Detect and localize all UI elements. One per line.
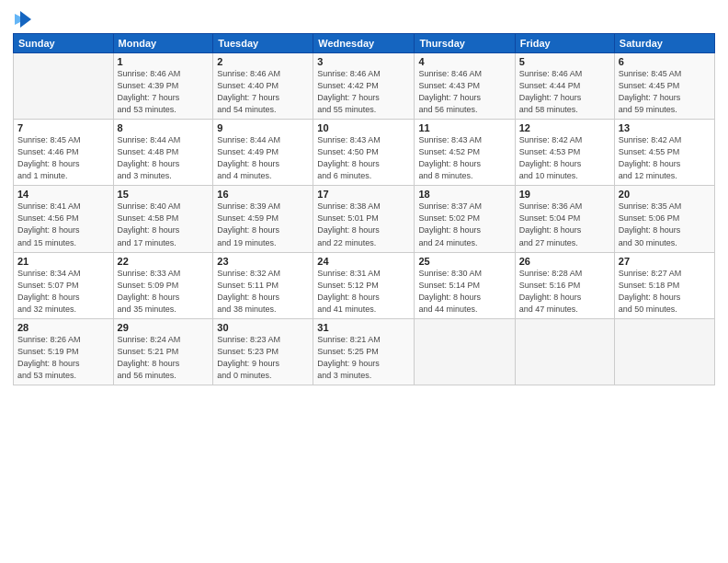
- day-number: 23: [217, 256, 309, 267]
- svg-marker-1: [20, 11, 31, 28]
- day-cell: 11Sunrise: 8:43 AM Sunset: 4:52 PM Dayli…: [415, 120, 515, 186]
- day-cell: 25Sunrise: 8:30 AM Sunset: 5:14 PM Dayli…: [415, 252, 515, 318]
- day-info: Sunrise: 8:32 AM Sunset: 5:11 PM Dayligh…: [217, 268, 309, 316]
- day-number: 20: [619, 189, 711, 200]
- day-number: 24: [317, 256, 410, 267]
- day-number: 27: [619, 256, 711, 267]
- week-row-3: 14Sunrise: 8:41 AM Sunset: 4:56 PM Dayli…: [14, 186, 715, 252]
- day-info: Sunrise: 8:26 AM Sunset: 5:19 PM Dayligh…: [17, 334, 109, 382]
- day-cell: 20Sunrise: 8:35 AM Sunset: 5:06 PM Dayli…: [614, 186, 714, 252]
- header-day-wednesday: Wednesday: [313, 34, 415, 53]
- header-day-sunday: Sunday: [14, 34, 114, 53]
- calendar-header: SundayMondayTuesdayWednesdayThursdayFrid…: [14, 34, 715, 53]
- day-cell: 1Sunrise: 8:46 AM Sunset: 4:39 PM Daylig…: [113, 53, 213, 120]
- day-cell: 4Sunrise: 8:46 AM Sunset: 4:43 PM Daylig…: [415, 53, 515, 120]
- day-info: Sunrise: 8:31 AM Sunset: 5:12 PM Dayligh…: [317, 268, 410, 316]
- day-cell: [614, 318, 714, 385]
- logo-arrow-icon: [13, 9, 33, 29]
- day-number: 1: [118, 56, 210, 67]
- day-number: 26: [519, 256, 610, 267]
- day-number: 4: [418, 56, 510, 67]
- day-number: 11: [418, 122, 510, 133]
- day-cell: 15Sunrise: 8:40 AM Sunset: 4:58 PM Dayli…: [113, 186, 213, 252]
- day-number: 29: [118, 322, 210, 333]
- day-info: Sunrise: 8:44 AM Sunset: 4:49 PM Dayligh…: [217, 134, 309, 182]
- day-cell: 19Sunrise: 8:36 AM Sunset: 5:04 PM Dayli…: [515, 186, 614, 252]
- day-number: 5: [519, 56, 610, 67]
- day-info: Sunrise: 8:35 AM Sunset: 5:06 PM Dayligh…: [619, 201, 711, 248]
- day-info: Sunrise: 8:46 AM Sunset: 4:39 PM Dayligh…: [118, 68, 210, 116]
- day-cell: 23Sunrise: 8:32 AM Sunset: 5:11 PM Dayli…: [213, 252, 313, 318]
- day-number: 6: [619, 56, 711, 67]
- day-number: 16: [217, 189, 309, 200]
- day-info: Sunrise: 8:43 AM Sunset: 4:50 PM Dayligh…: [317, 134, 410, 182]
- day-info: Sunrise: 8:46 AM Sunset: 4:40 PM Dayligh…: [217, 68, 309, 116]
- day-info: Sunrise: 8:21 AM Sunset: 5:25 PM Dayligh…: [317, 334, 410, 382]
- day-cell: 17Sunrise: 8:38 AM Sunset: 5:01 PM Dayli…: [313, 186, 415, 252]
- day-info: Sunrise: 8:27 AM Sunset: 5:18 PM Dayligh…: [619, 268, 711, 316]
- day-number: 13: [619, 122, 711, 133]
- day-cell: 21Sunrise: 8:34 AM Sunset: 5:07 PM Dayli…: [14, 252, 114, 318]
- day-cell: 12Sunrise: 8:42 AM Sunset: 4:53 PM Dayli…: [515, 120, 614, 186]
- day-info: Sunrise: 8:23 AM Sunset: 5:23 PM Dayligh…: [217, 334, 309, 382]
- week-row-4: 21Sunrise: 8:34 AM Sunset: 5:07 PM Dayli…: [14, 252, 715, 318]
- day-cell: [515, 318, 614, 385]
- day-cell: 28Sunrise: 8:26 AM Sunset: 5:19 PM Dayli…: [14, 318, 114, 385]
- day-info: Sunrise: 8:30 AM Sunset: 5:14 PM Dayligh…: [418, 268, 510, 316]
- day-cell: 8Sunrise: 8:44 AM Sunset: 4:48 PM Daylig…: [113, 120, 213, 186]
- day-info: Sunrise: 8:40 AM Sunset: 4:58 PM Dayligh…: [118, 201, 210, 248]
- header-day-thursday: Thursday: [415, 34, 515, 53]
- day-number: 28: [17, 322, 109, 333]
- day-number: 21: [17, 256, 109, 267]
- day-number: 9: [217, 122, 309, 133]
- day-cell: 24Sunrise: 8:31 AM Sunset: 5:12 PM Dayli…: [313, 252, 415, 318]
- day-info: Sunrise: 8:24 AM Sunset: 5:21 PM Dayligh…: [118, 334, 210, 382]
- calendar-body: 1Sunrise: 8:46 AM Sunset: 4:39 PM Daylig…: [14, 53, 715, 385]
- day-cell: 2Sunrise: 8:46 AM Sunset: 4:40 PM Daylig…: [213, 53, 313, 120]
- day-cell: 13Sunrise: 8:42 AM Sunset: 4:55 PM Dayli…: [614, 120, 714, 186]
- day-number: 17: [317, 189, 410, 200]
- day-number: 25: [418, 256, 510, 267]
- day-cell: 29Sunrise: 8:24 AM Sunset: 5:21 PM Dayli…: [113, 318, 213, 385]
- day-number: 2: [217, 56, 309, 67]
- day-info: Sunrise: 8:41 AM Sunset: 4:56 PM Dayligh…: [17, 201, 109, 248]
- day-info: Sunrise: 8:28 AM Sunset: 5:16 PM Dayligh…: [519, 268, 610, 316]
- header: [13, 9, 715, 29]
- day-cell: 16Sunrise: 8:39 AM Sunset: 4:59 PM Dayli…: [213, 186, 313, 252]
- header-row: SundayMondayTuesdayWednesdayThursdayFrid…: [14, 34, 715, 53]
- day-info: Sunrise: 8:39 AM Sunset: 4:59 PM Dayligh…: [217, 201, 309, 248]
- day-number: 10: [317, 122, 410, 133]
- day-number: 31: [317, 322, 410, 333]
- day-info: Sunrise: 8:43 AM Sunset: 4:52 PM Dayligh…: [418, 134, 510, 182]
- day-cell: 5Sunrise: 8:46 AM Sunset: 4:44 PM Daylig…: [515, 53, 614, 120]
- day-cell: 30Sunrise: 8:23 AM Sunset: 5:23 PM Dayli…: [213, 318, 313, 385]
- day-number: 30: [217, 322, 309, 333]
- day-cell: 18Sunrise: 8:37 AM Sunset: 5:02 PM Dayli…: [415, 186, 515, 252]
- header-day-saturday: Saturday: [614, 34, 714, 53]
- day-number: 18: [418, 189, 510, 200]
- day-info: Sunrise: 8:46 AM Sunset: 4:44 PM Dayligh…: [519, 68, 610, 116]
- day-number: 14: [17, 189, 109, 200]
- day-info: Sunrise: 8:45 AM Sunset: 4:46 PM Dayligh…: [17, 134, 109, 182]
- calendar-page: SundayMondayTuesdayWednesdayThursdayFrid…: [0, 0, 728, 563]
- day-number: 3: [317, 56, 410, 67]
- day-cell: 6Sunrise: 8:45 AM Sunset: 4:45 PM Daylig…: [614, 53, 714, 120]
- day-number: 22: [118, 256, 210, 267]
- day-info: Sunrise: 8:37 AM Sunset: 5:02 PM Dayligh…: [418, 201, 510, 248]
- logo: [13, 9, 35, 29]
- day-cell: 22Sunrise: 8:33 AM Sunset: 5:09 PM Dayli…: [113, 252, 213, 318]
- week-row-2: 7Sunrise: 8:45 AM Sunset: 4:46 PM Daylig…: [14, 120, 715, 186]
- week-row-1: 1Sunrise: 8:46 AM Sunset: 4:39 PM Daylig…: [14, 53, 715, 120]
- header-day-monday: Monday: [113, 34, 213, 53]
- day-cell: 10Sunrise: 8:43 AM Sunset: 4:50 PM Dayli…: [313, 120, 415, 186]
- day-cell: 26Sunrise: 8:28 AM Sunset: 5:16 PM Dayli…: [515, 252, 614, 318]
- week-row-5: 28Sunrise: 8:26 AM Sunset: 5:19 PM Dayli…: [14, 318, 715, 385]
- day-cell: [14, 53, 114, 120]
- day-cell: 3Sunrise: 8:46 AM Sunset: 4:42 PM Daylig…: [313, 53, 415, 120]
- calendar-table: SundayMondayTuesdayWednesdayThursdayFrid…: [13, 33, 715, 385]
- day-info: Sunrise: 8:46 AM Sunset: 4:43 PM Dayligh…: [418, 68, 510, 116]
- day-info: Sunrise: 8:46 AM Sunset: 4:42 PM Dayligh…: [317, 68, 410, 116]
- day-info: Sunrise: 8:34 AM Sunset: 5:07 PM Dayligh…: [17, 268, 109, 316]
- day-cell: 31Sunrise: 8:21 AM Sunset: 5:25 PM Dayli…: [313, 318, 415, 385]
- day-cell: 7Sunrise: 8:45 AM Sunset: 4:46 PM Daylig…: [14, 120, 114, 186]
